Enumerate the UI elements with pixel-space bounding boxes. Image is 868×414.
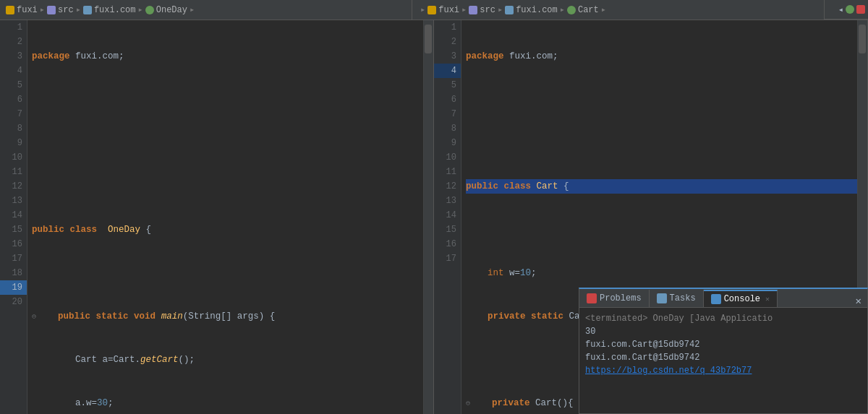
code-line-r3 xyxy=(466,136,857,150)
tab-console[interactable]: Console ✕ xyxy=(704,290,778,307)
console-output-30: 30 xyxy=(585,325,861,338)
breadcrumb-bar: fuxi ▸ src ▸ fuxi.com ▸ OneDay ▸ ▸ fuxi … xyxy=(0,0,868,20)
console-output-cart2: fuxi.com.Cart@15db9742 xyxy=(585,351,861,364)
left-breadcrumb: fuxi ▸ src ▸ fuxi.com ▸ OneDay ▸ xyxy=(0,0,412,20)
code-line-l8: Cart a=Cart.getCart(); xyxy=(32,353,423,367)
right-line-numbers: 1 2 3 4 5 6 7 8 9 10 11 12 13 14 15 16 1… xyxy=(434,20,461,414)
left-bc-src: src xyxy=(58,5,74,15)
left-line-numbers: 1 2 3 4 5 6 7 8 9 10 11 12 13 14 15 16 1… xyxy=(0,20,27,414)
package-icon-r xyxy=(505,6,514,14)
left-bc-fuxi: fuxi xyxy=(17,5,38,15)
code-line-r2 xyxy=(466,92,857,107)
code-line-l4 xyxy=(32,179,423,194)
top-right-icons: ◂ xyxy=(825,0,868,20)
class-icon-r xyxy=(567,6,576,14)
tab-console-label: Console xyxy=(724,294,760,304)
left-code-lines: package fuxi.com; public class OneDay { … xyxy=(27,20,423,414)
code-line-r4: public class Cart { xyxy=(466,179,857,194)
left-code-content[interactable]: 1 2 3 4 5 6 7 8 9 10 11 12 13 14 15 16 1… xyxy=(0,20,433,414)
left-scrollbar[interactable] xyxy=(423,20,433,414)
code-line-l5: public class OneDay { xyxy=(32,223,423,237)
left-editor-panel: 1 2 3 4 5 6 7 8 9 10 11 12 13 14 15 16 1… xyxy=(0,20,434,414)
code-line-l9: a.w=30; xyxy=(32,396,423,410)
class-icon xyxy=(145,6,154,14)
fuxi-icon xyxy=(6,6,14,14)
src-icon xyxy=(47,6,56,14)
console-terminated-line: <terminated> OneDay [Java Applicatio xyxy=(585,312,861,325)
console-blog-link[interactable]: https://blog.csdn.net/q_43b72b77 xyxy=(585,366,752,376)
tab-tasks-label: Tasks xyxy=(670,293,696,303)
right-bc-class: Cart xyxy=(578,5,599,15)
code-line-r5 xyxy=(466,223,857,237)
package-icon xyxy=(83,6,92,14)
bottom-tabs: Problems Tasks Console ✕ ✕ xyxy=(579,289,867,308)
fuxi-icon-r xyxy=(427,6,436,14)
tasks-icon xyxy=(657,293,667,303)
editor-wrapper: 1 2 3 4 5 6 7 8 9 10 11 12 13 14 15 16 1… xyxy=(0,20,868,414)
left-scrollbar-thumb[interactable] xyxy=(425,25,432,53)
left-bc-package: fuxi.com xyxy=(94,5,136,15)
bottom-panel: Problems Tasks Console ✕ ✕ <terminated> … xyxy=(579,288,868,414)
green-status-icon xyxy=(846,5,854,14)
console-icon xyxy=(711,294,721,304)
code-line-l6 xyxy=(32,266,423,280)
right-breadcrumb: ▸ fuxi ▸ src ▸ fuxi.com ▸ Cart ▸ xyxy=(412,0,825,20)
right-scrollbar-thumb[interactable] xyxy=(859,25,866,53)
left-bc-class: OneDay xyxy=(156,5,187,15)
src-icon-r xyxy=(469,6,477,14)
code-line-l3 xyxy=(32,136,423,150)
problems-icon xyxy=(587,293,597,303)
tab-problems[interactable]: Problems xyxy=(579,290,650,307)
code-line-l2 xyxy=(32,92,423,107)
tab-problems-label: Problems xyxy=(600,293,642,303)
collapse-icon[interactable]: ◂ xyxy=(838,4,843,15)
red-status-icon xyxy=(856,5,865,14)
right-bc-src: src xyxy=(480,5,495,15)
tab-tasks[interactable]: Tasks xyxy=(650,290,704,307)
code-line-l7: ⊖ public static void main(String[] args)… xyxy=(32,309,423,324)
console-link-line: https://blog.csdn.net/q_43b72b77 xyxy=(585,364,861,377)
right-bc-package: fuxi.com xyxy=(516,5,558,15)
code-line-r6: int w=10; xyxy=(466,266,857,280)
right-bc-fuxi: fuxi xyxy=(438,5,459,15)
close-bottom-panel[interactable]: ✕ xyxy=(850,295,867,307)
console-x-mark[interactable]: ✕ xyxy=(765,295,770,303)
console-output-cart1: fuxi.com.Cart@15db9742 xyxy=(585,338,861,351)
code-line-l1: package fuxi.com; xyxy=(32,49,423,64)
code-line-r1: package fuxi.com; xyxy=(466,49,857,64)
console-content: <terminated> OneDay [Java Applicatio 30 … xyxy=(579,308,867,413)
